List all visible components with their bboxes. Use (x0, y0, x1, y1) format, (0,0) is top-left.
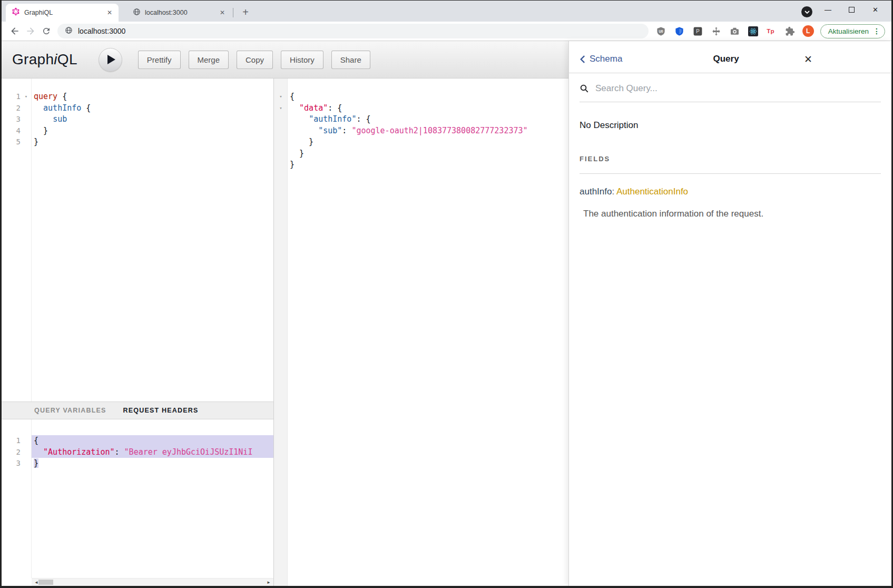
query-editor[interactable]: 1▾query {2 authInfo {3 sub4 }5} (2, 79, 273, 401)
doc-explorer-panel: Schema Query ✕ No Description FIELDS aut… (568, 41, 891, 586)
screenshot-extension-icon[interactable] (729, 26, 740, 37)
field-name-link[interactable]: authInfo (580, 187, 612, 197)
field-type-link[interactable]: AuthenticationInfo (616, 187, 688, 197)
code-token: } (34, 126, 48, 135)
react-devtools-extension-icon[interactable] (748, 26, 759, 37)
code-line: ▾{ (274, 91, 568, 103)
code-token: "data" (299, 103, 328, 113)
new-tab-button[interactable]: + (239, 6, 252, 18)
execute-query-button[interactable] (99, 48, 122, 72)
minimize-button[interactable]: — (816, 3, 840, 16)
field-entry: authInfo: AuthenticationInfo (580, 187, 881, 197)
code-line-content: sub (32, 114, 273, 125)
fold-gutter-spacer (274, 148, 288, 160)
site-globe-icon (65, 26, 73, 36)
code-line-content: query { (32, 91, 273, 103)
doc-explorer-header: Schema Query ✕ (569, 41, 891, 73)
toolbar-button-history[interactable]: History (281, 51, 323, 69)
browser-tab-graphiql[interactable]: GraphiQL ✕ (6, 4, 119, 22)
update-button[interactable]: Aktualisieren ⋮ (820, 24, 885, 38)
maximize-button[interactable] (840, 3, 863, 16)
tab-query-variables[interactable]: QUERY VARIABLES (34, 407, 106, 414)
browser-menu-icon[interactable]: ⋮ (873, 27, 880, 35)
graphiql-topbar: GraphiQL PrettifyMergeCopyHistoryShare (2, 41, 568, 79)
code-line: "sub": "google-oauth2|108377380082777232… (274, 125, 568, 137)
close-button[interactable]: ✕ (863, 3, 887, 16)
fold-gutter-spacer (274, 114, 288, 125)
back-button[interactable] (7, 23, 23, 39)
code-token (290, 126, 318, 135)
p-extension-extension-icon[interactable]: P (692, 26, 703, 37)
scrollbar-right-arrow-icon[interactable]: ► (265, 579, 272, 586)
doc-search-input[interactable] (594, 83, 881, 94)
forward-button[interactable] (23, 23, 38, 39)
tab-request-headers[interactable]: REQUEST HEADERS (123, 407, 199, 414)
tab-close-icon[interactable]: ✕ (105, 8, 114, 17)
type-description: No Description (580, 120, 881, 131)
tp-extension-icon[interactable]: Tp (766, 26, 777, 37)
toolbar-button-merge[interactable]: Merge (189, 51, 229, 69)
line-number: 3 (2, 458, 21, 469)
graphql-favicon-icon (12, 7, 20, 18)
horizontal-scrollbar[interactable]: ◄ ► (32, 578, 273, 586)
doc-explorer-body: No Description FIELDS authInfo: Authenti… (569, 102, 891, 586)
line-number: 2 (2, 447, 21, 458)
move-extension-icon[interactable] (711, 26, 722, 37)
fold-arrow-icon[interactable]: ▾ (274, 91, 288, 103)
address-bar[interactable]: localhost:3000 (57, 24, 649, 38)
tab-close-icon[interactable]: ✕ (218, 8, 227, 17)
doc-close-icon[interactable]: ✕ (804, 54, 812, 64)
code-token: "Bearer eyJhbGciOiJSUzI1NiI (124, 447, 253, 457)
extensions-row: U0PTp (652, 26, 799, 37)
fold-gutter-spacer (21, 125, 32, 137)
maximize-icon (849, 7, 855, 13)
doc-back-label: Schema (590, 54, 622, 64)
play-icon (107, 55, 115, 64)
request-headers-editor[interactable]: 1{2 "Authorization": "Bearer eyJhbGciOiJ… (2, 419, 273, 578)
tab-search-button[interactable] (801, 6, 812, 17)
code-token: : { (356, 114, 370, 124)
code-token: } (290, 149, 304, 158)
code-token: "Authorization" (43, 447, 114, 457)
code-line-content: authInfo { (32, 103, 273, 114)
code-token (290, 114, 309, 124)
code-line: 1{ (2, 435, 273, 447)
code-lines: 1▾query {2 authInfo {3 sub4 }5} (2, 79, 273, 148)
graphiql-app: GraphiQL PrettifyMergeCopyHistoryShare 1… (2, 41, 891, 586)
code-token: "authInfo" (309, 114, 356, 124)
code-token: } (290, 137, 313, 146)
profile-avatar[interactable]: L (802, 25, 814, 37)
secondary-editor-tabs: QUERY VARIABLESREQUEST HEADERS (2, 401, 273, 419)
doc-back-link[interactable]: Schema (580, 54, 659, 64)
fold-arrow-icon[interactable]: ▾ (21, 91, 32, 103)
fold-arrow-icon[interactable]: ▾ (274, 103, 288, 114)
graphiql-main: GraphiQL PrettifyMergeCopyHistoryShare 1… (2, 41, 568, 586)
reload-button[interactable] (38, 23, 54, 39)
toolbar-button-share[interactable]: Share (331, 51, 370, 69)
scrollbar-thumb[interactable] (38, 580, 53, 585)
code-token: { (57, 92, 67, 101)
code-token: : (342, 126, 351, 135)
window-controls: — ✕ (816, 3, 887, 16)
puzzle-extension-icon[interactable] (784, 26, 796, 37)
fold-gutter-spacer (21, 458, 32, 469)
fold-gutter-spacer (21, 136, 32, 148)
ublock-extension-icon[interactable]: U0 (655, 26, 666, 37)
code-token: "sub" (318, 126, 342, 135)
code-token: } (290, 160, 295, 169)
code-line: 3} (2, 458, 273, 469)
bitwarden-extension-icon[interactable] (674, 26, 685, 37)
globe-icon (133, 8, 141, 18)
line-number: 5 (2, 136, 21, 148)
browser-tab-localhost[interactable]: localhost:3000 ✕ (127, 4, 231, 22)
chevron-left-icon (580, 55, 585, 64)
toolbar-button-copy[interactable]: Copy (237, 51, 273, 69)
code-token: { (34, 436, 38, 445)
fold-gutter-spacer (274, 136, 288, 148)
toolbar-button-prettify[interactable]: Prettify (138, 51, 181, 69)
code-line-content: } (288, 159, 568, 171)
code-token: { (81, 103, 91, 113)
code-line-content: } (32, 458, 273, 469)
line-number: 3 (2, 114, 21, 125)
result-viewer[interactable]: ▾{▾ "data": { "authInfo": { "sub": "goog… (274, 79, 568, 586)
